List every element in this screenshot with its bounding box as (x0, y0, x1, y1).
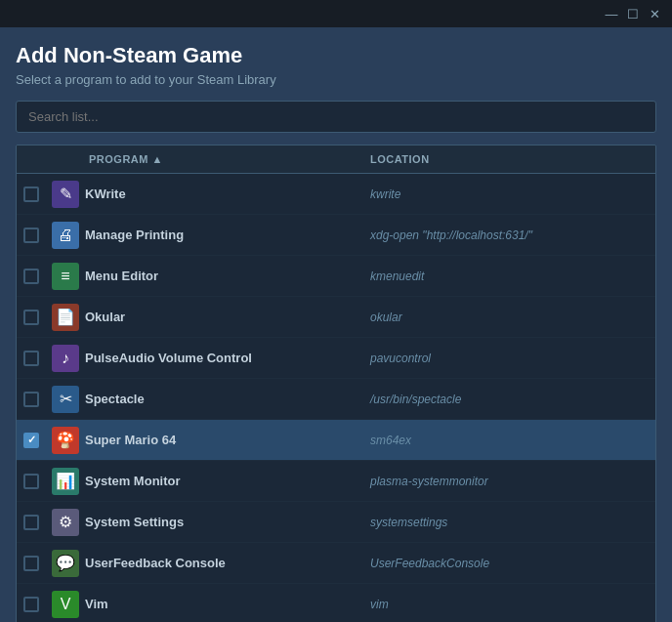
row-program-name: UserFeedback Console (85, 556, 370, 570)
row-location: systemsettings (370, 516, 655, 529)
row-program-name: System Monitor (85, 474, 370, 488)
add-non-steam-dialog: — ☐ ✕ Add Non-Steam Game Select a progra… (0, 0, 672, 622)
checkbox-indicator: ✓ (23, 433, 39, 448)
checkbox-indicator (23, 351, 39, 366)
dialog-title: Add Non-Steam Game (16, 43, 656, 68)
table-row[interactable]: ✓🍄Super Mario 64sm64ex (17, 420, 655, 461)
row-checkbox[interactable] (17, 597, 46, 612)
table-row[interactable]: VVimvim (17, 584, 655, 622)
checkbox-indicator (23, 556, 39, 571)
dialog-subtitle: Select a program to add to your Steam Li… (16, 72, 656, 87)
table-row[interactable]: ♪PulseAudio Volume Controlpavucontrol (17, 338, 655, 379)
checkbox-indicator (23, 515, 39, 530)
app-icon: ♪ (52, 345, 79, 372)
row-icon-cell: 📊 (46, 468, 85, 495)
table-body: ✎KWritekwrite🖨Manage Printingxdg-open "h… (17, 174, 655, 622)
table-row[interactable]: ✎KWritekwrite (17, 174, 655, 215)
row-location: vim (370, 598, 655, 611)
row-icon-cell: ⚙ (46, 509, 85, 536)
maximize-button[interactable]: ☐ (625, 6, 641, 21)
row-icon-cell: 💬 (46, 550, 85, 577)
checkbox-indicator (23, 392, 39, 407)
row-program-name: Super Mario 64 (85, 433, 370, 447)
row-checkbox[interactable] (17, 269, 46, 284)
table-row[interactable]: 💬UserFeedback ConsoleUserFeedbackConsole (17, 543, 655, 584)
table-row[interactable]: ≡Menu Editorkmenuedit (17, 256, 655, 297)
row-location: UserFeedbackConsole (370, 557, 655, 570)
row-location: sm64ex (370, 434, 655, 447)
row-icon-cell: V (46, 591, 85, 618)
table-row[interactable]: ⚙System Settingssystemsettings (17, 502, 655, 543)
row-icon-cell: ♪ (46, 345, 85, 372)
table-row[interactable]: 📊System Monitorplasma-systemmonitor (17, 461, 655, 502)
row-program-name: Spectacle (85, 392, 370, 406)
row-icon-cell: 📄 (46, 304, 85, 331)
row-checkbox[interactable] (17, 474, 46, 489)
program-table: PROGRAM ▲ LOCATION ✎KWritekwrite🖨Manage … (16, 145, 656, 622)
table-row[interactable]: ✂Spectacle/usr/bin/spectacle (17, 379, 655, 420)
title-bar-controls: — ☐ ✕ (604, 6, 662, 21)
minimize-button[interactable]: — (604, 6, 619, 21)
row-checkbox[interactable] (17, 351, 46, 366)
search-input[interactable] (16, 101, 656, 133)
checkbox-indicator (23, 269, 39, 284)
row-location: pavucontrol (370, 352, 655, 365)
app-icon: ✎ (52, 181, 79, 208)
checkbox-indicator (23, 597, 39, 612)
app-icon: 💬 (52, 550, 79, 577)
row-icon-cell: 🖨 (46, 222, 85, 249)
checkbox-indicator (23, 228, 39, 243)
row-program-name: KWrite (85, 187, 370, 201)
row-checkbox[interactable] (17, 187, 46, 202)
row-checkbox[interactable] (17, 310, 46, 325)
checkbox-indicator (23, 187, 39, 202)
table-row[interactable]: 🖨Manage Printingxdg-open "http://localho… (17, 215, 655, 256)
table-row[interactable]: 📄Okularokular (17, 297, 655, 338)
app-icon: V (52, 591, 79, 618)
app-icon: ≡ (52, 263, 79, 290)
row-program-name: Okular (85, 310, 370, 324)
close-button[interactable]: ✕ (647, 6, 662, 21)
app-icon: 📄 (52, 304, 79, 331)
checkbox-indicator (23, 474, 39, 489)
row-icon-cell: ✂ (46, 386, 85, 413)
row-location: okular (370, 311, 655, 324)
col-header-location: LOCATION (370, 153, 655, 165)
row-program-name: System Settings (85, 515, 370, 529)
checkmark-icon: ✓ (27, 434, 36, 446)
row-location: plasma-systemmonitor (370, 475, 655, 488)
app-icon: 🖨 (52, 222, 79, 249)
row-program-name: Vim (85, 597, 370, 611)
app-icon: ✂ (52, 386, 79, 413)
app-icon: ⚙ (52, 509, 79, 536)
app-icon: 🍄 (52, 427, 79, 454)
row-icon-cell: ≡ (46, 263, 85, 290)
col-header-checkbox (17, 153, 46, 165)
title-bar: — ☐ ✕ (0, 0, 672, 27)
col-header-icon (46, 153, 85, 165)
row-program-name: Manage Printing (85, 228, 370, 242)
row-checkbox[interactable] (17, 515, 46, 530)
row-location: /usr/bin/spectacle (370, 393, 655, 406)
row-icon-cell: ✎ (46, 181, 85, 208)
row-location: xdg-open "http://localhost:631/" (370, 228, 655, 242)
row-icon-cell: 🍄 (46, 427, 85, 454)
row-program-name: Menu Editor (85, 269, 370, 283)
row-location: kmenuedit (370, 270, 655, 283)
checkbox-indicator (23, 310, 39, 325)
table-header: PROGRAM ▲ LOCATION (17, 145, 655, 174)
row-location: kwrite (370, 187, 655, 201)
dialog-content: Add Non-Steam Game Select a program to a… (0, 27, 672, 622)
col-header-program: PROGRAM ▲ (85, 153, 370, 165)
row-checkbox[interactable] (17, 228, 46, 243)
row-checkbox[interactable] (17, 556, 46, 571)
row-checkbox[interactable] (17, 392, 46, 407)
row-program-name: PulseAudio Volume Control (85, 351, 370, 365)
app-icon: 📊 (52, 468, 79, 495)
row-checkbox[interactable]: ✓ (17, 433, 46, 448)
